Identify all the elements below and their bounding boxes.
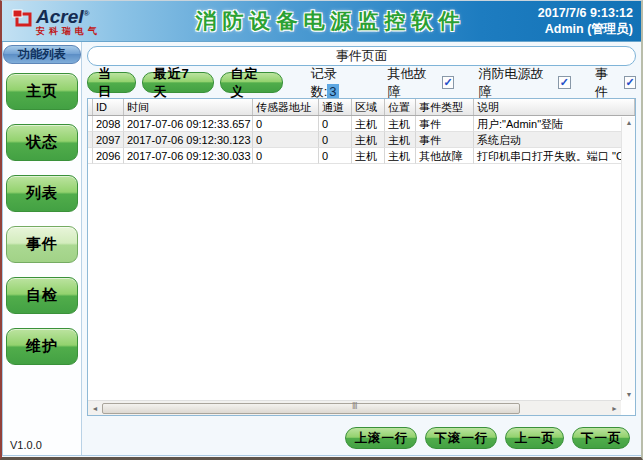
sidebar-item-events[interactable]: 事件 [6,226,78,263]
sidebar: 功能列表 主页 状态 列表 事件 自检 维护 V1.0.0 [3,42,82,455]
column-header-area[interactable]: 区域 [352,99,385,115]
version-label: V1.0.0 [10,439,42,451]
horizontal-scrollbar-track[interactable]: Ⅲ [100,403,609,414]
cell-area: 主机 [352,132,385,148]
last7days-button[interactable]: 最近7天 [142,72,213,93]
checkbox-fire-power-fault-label: 消防电源故障 [478,65,554,101]
column-header-event-type[interactable]: 事件类型 [416,99,474,115]
table-row[interactable]: 2096 2017-07-06 09:12:30.033 0 0 主机 主机 其… [88,148,635,164]
checkbox-other-fault-label: 其他故障 [387,65,437,101]
brand-name: Acrel® [36,7,101,26]
cell-description: 用户:"Admin"登陆 [474,116,635,132]
scroll-left-icon[interactable]: ◄ [90,405,100,412]
column-header-id[interactable]: ID [93,99,124,115]
cell-id: 2096 [93,148,124,164]
sidebar-item-status[interactable]: 状态 [6,124,78,161]
checkbox-checked-icon[interactable]: ✓ [558,76,571,89]
table-row[interactable]: 2098 2017-07-06 09:12:33.657 0 0 主机 主机 事… [88,116,635,132]
header-status: 2017/7/6 9:13:12 Admin (管理员) [491,5,641,38]
pager-toolbar: 上滚一行 下滚一行 上一页 下一页 [87,427,636,449]
registered-mark: ® [84,8,90,17]
table-row[interactable]: 2097 2017-07-06 09:12:30.123 0 0 主机 主机 事… [88,132,635,148]
sidebar-item-selftest[interactable]: 自检 [6,277,78,314]
column-header-position[interactable]: 位置 [385,99,416,115]
vertical-scrollbar[interactable]: ▲ ▼ [621,117,635,400]
brand-logo: Acrel® 安科瑞电气 [2,7,170,36]
cell-channel: 0 [319,148,352,164]
table-header-row: ID 时间 传感器地址 通道 区域 位置 事件类型 说明 [88,99,635,116]
scroll-down-icon[interactable]: ▼ [626,391,633,398]
checkbox-event-label: 事件 [595,65,620,101]
cell-position: 主机 [385,132,416,148]
scroll-up-row-button[interactable]: 上滚一行 [345,427,417,449]
cell-time: 2017-07-06 09:12:30.033 [124,148,253,164]
datetime-label: 2017/7/6 9:13:12 [491,5,633,21]
column-header-sensor-address[interactable]: 传感器地址 [253,99,319,115]
main-content: 事件页面 当日 最近7天 自定义 记录数:3 其他故障 ✓ 消防电源故障 ✓ [82,42,641,455]
cell-time: 2017-07-06 09:12:33.657 [124,116,253,132]
cell-id: 2097 [93,132,124,148]
scrollbar-grip-icon: Ⅲ [352,403,358,411]
cell-position: 主机 [385,116,416,132]
cell-event-type: 其他故障 [416,148,474,164]
column-header-channel[interactable]: 通道 [319,99,352,115]
app-window: Acrel® 安科瑞电气 消防设备电源监控软件 2017/7/6 9:13:12… [0,0,643,460]
cell-id: 2098 [93,116,124,132]
horizontal-scrollbar-thumb[interactable] [102,403,520,414]
sidebar-item-list[interactable]: 列表 [6,175,78,212]
cell-channel: 0 [319,132,352,148]
scroll-right-icon[interactable]: ► [609,405,619,412]
sidebar-header: 功能列表 [3,45,81,64]
cell-area: 主机 [352,116,385,132]
cell-sensor-address: 0 [253,132,319,148]
today-button[interactable]: 当日 [87,72,136,93]
cell-event-type: 事件 [416,132,474,148]
checkbox-other-fault[interactable]: 其他故障 ✓ [387,65,454,101]
checkbox-checked-icon[interactable]: ✓ [442,76,455,89]
scroll-down-row-button[interactable]: 下滚一行 [425,427,497,449]
cell-area: 主机 [352,148,385,164]
filter-toolbar: 当日 最近7天 自定义 记录数:3 其他故障 ✓ 消防电源故障 ✓ [87,71,636,94]
cell-time: 2017-07-06 09:12:30.123 [124,132,253,148]
cell-description: 打印机串口打开失败。端口 "CO [474,148,635,164]
app-title: 消防设备电源监控软件 [170,7,491,35]
cell-position: 主机 [385,148,416,164]
horizontal-scrollbar[interactable]: ◄ Ⅲ ► [88,400,621,415]
scroll-up-icon[interactable]: ▲ [626,119,633,126]
brand-subtitle: 安科瑞电气 [36,27,101,36]
record-count: 记录数:3 [311,65,364,101]
prev-page-button[interactable]: 上一页 [505,427,564,449]
custom-range-button[interactable]: 自定义 [220,72,283,93]
checkbox-event[interactable]: 事件 ✓ [595,65,637,101]
cell-channel: 0 [319,116,352,132]
cell-sensor-address: 0 [253,148,319,164]
event-type-filters: 其他故障 ✓ 消防电源故障 ✓ 事件 ✓ [363,65,636,101]
record-count-value[interactable]: 3 [327,84,338,99]
checkbox-fire-power-fault[interactable]: 消防电源故障 ✓ [478,65,570,101]
page-title: 事件页面 [87,46,636,66]
app-header: Acrel® 安科瑞电气 消防设备电源监控软件 2017/7/6 9:13:12… [2,1,641,42]
cell-sensor-address: 0 [253,116,319,132]
column-header-description[interactable]: 说明 [474,99,635,115]
column-header-time[interactable]: 时间 [124,99,253,115]
logged-in-user: Admin (管理员) [491,21,633,37]
cell-description: 系统启动 [474,132,635,148]
checkbox-checked-icon[interactable]: ✓ [624,76,637,89]
sidebar-item-home[interactable]: 主页 [6,73,78,110]
next-page-button[interactable]: 下一页 [572,427,631,449]
acrel-logo-icon [12,9,32,27]
cell-event-type: 事件 [416,116,474,132]
body: 功能列表 主页 状态 列表 事件 自检 维护 V1.0.0 事件页面 当日 最近… [2,42,641,456]
events-table: ID 时间 传感器地址 通道 区域 位置 事件类型 说明 2098 2017-0… [87,98,636,416]
sidebar-item-maintenance[interactable]: 维护 [6,328,78,365]
